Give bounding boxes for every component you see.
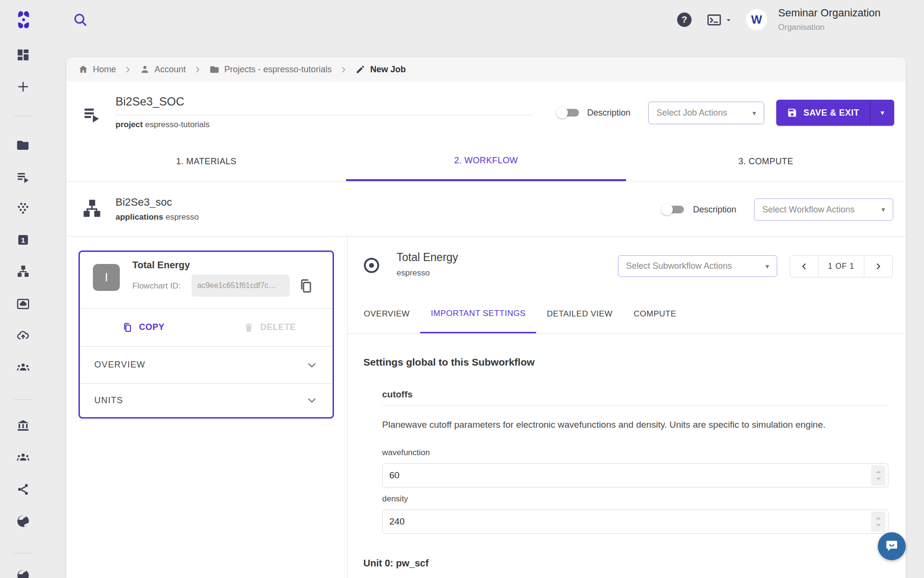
- density-stepper[interactable]: [871, 512, 886, 532]
- chat-launcher-button[interactable]: [878, 532, 906, 560]
- wavefunction-label: wavefunction: [382, 448, 430, 458]
- pager-next-button[interactable]: [864, 256, 892, 277]
- sidebar-item-bench[interactable]: [12, 292, 35, 315]
- wavefunction-input[interactable]: [382, 463, 888, 487]
- mat3ra-logo-icon[interactable]: [14, 10, 33, 29]
- accordion-units[interactable]: UNITS: [80, 383, 333, 417]
- chevron-right-icon: [193, 66, 202, 74]
- copy-flowchart-id-icon[interactable]: [297, 277, 315, 295]
- copy-unit-button[interactable]: COPY: [80, 308, 206, 346]
- cloud-in-frame-icon: [16, 297, 30, 311]
- workflow-title: Bi2Se3_soc: [116, 196, 172, 209]
- workflow-description-toggle[interactable]: [661, 204, 684, 215]
- accordion-overview[interactable]: OVERVIEW: [80, 346, 333, 383]
- save-exit-button[interactable]: SAVE & EXIT: [776, 100, 870, 126]
- sidebar-item-materials[interactable]: [12, 197, 35, 220]
- sidebar-item-projects[interactable]: [12, 133, 35, 157]
- sidebar-item-public[interactable]: [12, 510, 35, 533]
- tab-compute[interactable]: 3. COMPUTE: [626, 142, 906, 181]
- chevron-right-icon: [124, 66, 132, 74]
- delete-unit-button[interactable]: DELETE: [206, 308, 333, 346]
- job-step-tabs: 1. MATERIALS 2. WORKFLOW 3. COMPUTE: [66, 142, 906, 182]
- dashboard-icon: [16, 48, 30, 62]
- job-description-toggle[interactable]: [556, 107, 579, 118]
- sidebar-item-shared[interactable]: [12, 478, 35, 501]
- sidebar-item-add-new[interactable]: [12, 75, 35, 98]
- unit-one-icon: 1: [16, 233, 30, 247]
- terminal-icon: [706, 13, 722, 28]
- job-description-label: Description: [587, 108, 630, 118]
- divider: [66, 236, 906, 236]
- breadcrumb-account[interactable]: Account: [140, 64, 186, 75]
- avatar[interactable]: W: [746, 9, 767, 30]
- bank-icon: [16, 419, 30, 433]
- chevron-left-icon: [799, 262, 809, 271]
- trash-icon: [243, 322, 255, 333]
- app-root: 1 ?: [0, 0, 924, 578]
- unit-card-total-energy[interactable]: I Total Energy Flowchart ID: ac9ee1c651f…: [78, 250, 334, 419]
- unit-avatar: I: [93, 264, 120, 291]
- divider: [382, 406, 888, 406]
- breadcrumb-home[interactable]: Home: [78, 64, 116, 75]
- group-icon: [16, 450, 30, 465]
- chevron-down-icon: [306, 394, 318, 407]
- sidebar-item-unit[interactable]: 1: [12, 228, 35, 251]
- job-title: Bi2Se3_SOC: [116, 95, 184, 108]
- breadcrumb-project[interactable]: Projects - espresso-tutorials: [209, 64, 332, 75]
- avatar-letter: W: [751, 13, 762, 26]
- workflow-actions-select[interactable]: Select Workflow Actions ▾: [754, 198, 893, 221]
- tab-important-settings[interactable]: IMPORTANT SETTINGS: [420, 295, 536, 333]
- jobs-list-icon: [16, 170, 30, 184]
- tab-detailed-view[interactable]: DETAILED VIEW: [536, 295, 623, 333]
- sidebar-item-institution[interactable]: [12, 414, 35, 437]
- wavefunction-stepper[interactable]: [871, 465, 886, 486]
- main-panel: Home Account Projects - espresso-tutoria…: [66, 57, 906, 578]
- subworkflow-pager: 1 OF 1: [790, 255, 893, 277]
- tab-workflow[interactable]: 2. WORKFLOW: [346, 142, 626, 181]
- save-icon: [787, 107, 797, 118]
- tab-compute[interactable]: COMPUTE: [623, 295, 687, 333]
- org-name[interactable]: Seminar Organization: [778, 7, 881, 19]
- tab-overview[interactable]: OVERVIEW: [353, 295, 420, 333]
- sidebar: 1: [0, 0, 46, 578]
- tab-materials[interactable]: 1. MATERIALS: [66, 142, 346, 181]
- globe-icon: [16, 568, 30, 578]
- caret-down-icon: ▾: [765, 262, 769, 271]
- org-type: Organisation: [778, 23, 824, 32]
- sidebar-item-team[interactable]: [12, 356, 35, 379]
- sidebar-item-organization-members[interactable]: [12, 446, 35, 469]
- workflow-description-label: Description: [693, 205, 736, 215]
- cutoffs-group-title: cutoffs: [382, 389, 412, 400]
- flowchart-id-value[interactable]: ac9ee1c651f61cdf7c…: [192, 275, 290, 297]
- subworkflow-actions-select[interactable]: Select Subworkflow Actions ▾: [618, 255, 777, 277]
- person-icon: [140, 64, 150, 75]
- help-icon[interactable]: ?: [677, 13, 692, 27]
- search-icon[interactable]: [72, 12, 89, 28]
- save-options-button[interactable]: ▾: [870, 100, 894, 126]
- sidebar-item-jobs[interactable]: [12, 166, 35, 189]
- chevron-right-icon: [873, 262, 883, 271]
- cutoffs-description: Planewave cutoff parameters for electron…: [382, 420, 892, 430]
- job-title-field[interactable]: Bi2Se3_SOC: [116, 95, 533, 115]
- subworkflow-bullseye-icon: [362, 256, 381, 275]
- folder-icon: [209, 64, 220, 75]
- pager-position: 1 OF 1: [818, 256, 864, 277]
- sidebar-divider: [13, 399, 33, 400]
- pager-prev-button[interactable]: [790, 256, 818, 277]
- sidebar-item-public-partial[interactable]: [12, 564, 35, 578]
- job-icon: [81, 103, 103, 125]
- sidebar-item-uploads[interactable]: [12, 324, 35, 347]
- console-menu-button[interactable]: [706, 13, 732, 28]
- sidebar-item-dashboard[interactable]: [12, 43, 35, 66]
- density-input[interactable]: [382, 510, 888, 534]
- flowchart-id-label: Flowchart ID:: [132, 281, 180, 291]
- atoms-dots-icon: [16, 201, 30, 215]
- sidebar-item-workflows[interactable]: [12, 260, 35, 283]
- density-label: density: [382, 494, 408, 504]
- job-actions-select[interactable]: Select Job Actions ▾: [648, 102, 764, 124]
- breadcrumb-new-job: New Job: [355, 64, 406, 75]
- save-exit-split-button: SAVE & EXIT ▾: [776, 100, 894, 126]
- panel-divider: [347, 236, 347, 578]
- sitemap-icon: [16, 264, 30, 279]
- chevron-down-icon: [306, 359, 318, 371]
